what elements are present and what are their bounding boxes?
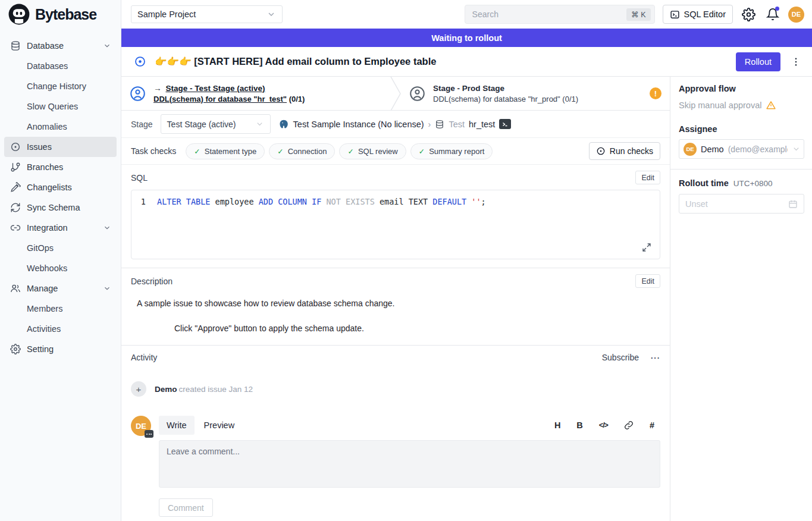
active-stage-arrow: → <box>153 84 162 93</box>
stage-select[interactable]: Test Stage (active) <box>161 114 271 134</box>
comment-input[interactable] <box>159 440 660 488</box>
tab-preview[interactable]: Preview <box>196 416 243 435</box>
stage-task-text: DDL(schema) for database "hr_test" <box>153 95 287 103</box>
environment-name: Test <box>449 120 465 129</box>
sidebar-item-setting[interactable]: Setting <box>4 339 117 359</box>
issue-title: 👉👉👉 [START HERE] Add email column to Emp… <box>155 56 728 67</box>
issue-menu-button[interactable] <box>789 55 803 69</box>
sidebar-item-integration[interactable]: Integration <box>4 218 117 238</box>
assignee-name: Demo <box>701 145 724 154</box>
rollout-time-label: Rollout time <box>679 178 729 188</box>
sql-edit-button[interactable]: Edit <box>635 171 660 184</box>
format-toolbar: H B </> # <box>554 420 660 430</box>
activity-item: + Democreated issue Jan 12 <box>131 381 660 397</box>
check-passed-icon: ✓ <box>194 147 200 156</box>
check-pill-connection[interactable]: ✓Connection <box>269 143 335 159</box>
sidebar-item-label: Manage <box>27 284 58 293</box>
issue-detail-column: → Stage - Test Stage (active) DDL(schema… <box>121 77 670 521</box>
stage-name: Stage - Prod Stage <box>433 84 578 93</box>
comment-button[interactable]: Comment <box>159 498 213 517</box>
sidebar-item-manage[interactable]: Manage <box>4 278 117 299</box>
sidebar-item-gitops[interactable]: GitOps <box>4 238 117 258</box>
instance-name[interactable]: Test Sample Instance (No license) <box>293 120 424 129</box>
sidebar-item-slow-queries[interactable]: Slow Queries <box>4 96 117 117</box>
sidebar-item-label: Database <box>27 41 64 51</box>
check-pill-summary-report[interactable]: ✓Summary report <box>410 143 493 159</box>
check-pill-sql-review[interactable]: ✓SQL review <box>339 143 406 159</box>
settings-button[interactable] <box>741 7 757 23</box>
sidebar-item-label: Anomalies <box>27 122 67 131</box>
sidebar-item-change-history[interactable]: Change History <box>4 76 117 96</box>
sidebar-item-changelists[interactable]: Changelists <box>4 177 117 197</box>
stage-name: → Stage - Test Stage (active) <box>153 84 305 93</box>
issue-status-icon <box>134 55 146 68</box>
rollout-button[interactable]: Rollout <box>736 52 780 71</box>
project-select[interactable]: Sample Project <box>131 5 283 23</box>
sql-code-block[interactable]: 1ALTER TABLE employee ADD COLUMN IF NOT … <box>131 190 660 259</box>
subscribe-button[interactable]: Subscribe <box>602 353 639 362</box>
description-edit-button[interactable]: Edit <box>635 274 660 288</box>
brand-header[interactable]: Bytebase <box>0 0 121 29</box>
sidebar-item-activities[interactable]: Activities <box>4 319 117 339</box>
run-checks-icon <box>596 146 606 156</box>
sidebar-item-database[interactable]: Database <box>4 36 117 56</box>
search-box[interactable]: ⌘ K <box>465 5 655 24</box>
sql-token: ALTER TABLE <box>157 197 210 206</box>
main-area: Sample Project ⌘ K SQL Editor DE <box>121 0 812 521</box>
branch-icon <box>10 162 21 173</box>
sidebar-item-label: Sync Schema <box>27 203 80 212</box>
terminal-icon <box>670 10 680 20</box>
rollout-time-row: Rollout time UTC+0800 <box>679 178 804 188</box>
activity-item-text: Democreated issue Jan 12 <box>155 385 253 394</box>
heading-button[interactable]: H <box>554 420 560 430</box>
sql-token: email TEXT <box>375 197 433 206</box>
sidebar-item-anomalies[interactable]: Anomalies <box>4 117 117 137</box>
sql-token: '' <box>466 197 481 206</box>
check-pill-statement-type[interactable]: ✓Statement type <box>186 143 265 159</box>
sidebar-item-label: Changelists <box>27 183 72 192</box>
task-checks-label: Task checks <box>131 146 176 156</box>
check-passed-icon: ✓ <box>277 147 283 156</box>
approval-flow-value: Skip manual approval <box>679 100 804 111</box>
user-avatar[interactable]: DE <box>788 7 804 23</box>
expand-icon[interactable] <box>642 243 651 252</box>
stage-task-text: DDL(schema) for database "hr_prod" <box>433 95 560 103</box>
sidebar-item-issues[interactable]: Issues <box>4 137 117 157</box>
activity-menu-button[interactable]: ··· <box>651 353 660 362</box>
search-input[interactable] <box>472 10 622 19</box>
assignee-label: Assignee <box>679 124 804 134</box>
assignee-select[interactable]: DE Demo (demo@example <box>679 139 804 159</box>
task-checks-row: Task checks ✓Statement type ✓Connection … <box>121 138 670 165</box>
hash-button[interactable]: # <box>650 420 654 430</box>
open-sql-editor-icon[interactable] <box>499 119 511 129</box>
activity-label: Activity <box>131 353 157 362</box>
sql-editor-button[interactable]: SQL Editor <box>663 5 733 24</box>
sidebar-item-branches[interactable]: Branches <box>4 157 117 177</box>
rollout-time-picker[interactable]: Unset <box>679 194 804 214</box>
tab-write[interactable]: Write <box>159 416 195 435</box>
gear-icon <box>742 8 755 21</box>
sidebar-item-databases[interactable]: Databases <box>4 56 117 76</box>
sidebar-item-webhooks[interactable]: Webhooks <box>4 258 117 278</box>
chevron-down-icon <box>255 120 264 128</box>
check-pill-label: Statement type <box>205 147 256 156</box>
assignee-avatar: DE <box>684 143 697 156</box>
link-button[interactable] <box>624 420 634 430</box>
stage-person-icon <box>130 86 146 102</box>
stage-card-prod[interactable]: Stage - Prod Stage DDL(schema) for datab… <box>401 77 670 110</box>
sidebar-item-label: Integration <box>27 223 68 233</box>
sidebar-item-label: Slow Queries <box>27 102 78 111</box>
users-icon <box>10 283 21 294</box>
sidebar-item-sync-schema[interactable]: Sync Schema <box>4 197 117 218</box>
stage-card-test[interactable]: → Stage - Test Stage (active) DDL(schema… <box>121 77 390 110</box>
code-button[interactable]: </> <box>599 421 608 429</box>
database-name[interactable]: hr_test <box>469 120 495 129</box>
sidebar-item-members[interactable]: Members <box>4 299 117 319</box>
sql-token: ADD COLUMN IF <box>259 197 322 206</box>
bold-button[interactable]: B <box>576 420 582 430</box>
stage-pipeline: → Stage - Test Stage (active) DDL(schema… <box>121 77 670 111</box>
notifications-button[interactable] <box>764 7 780 23</box>
sidebar-nav: Database Databases Change History Slow Q… <box>0 29 121 359</box>
sql-section-head: SQL Edit <box>131 171 660 184</box>
run-checks-button[interactable]: Run checks <box>589 142 660 160</box>
